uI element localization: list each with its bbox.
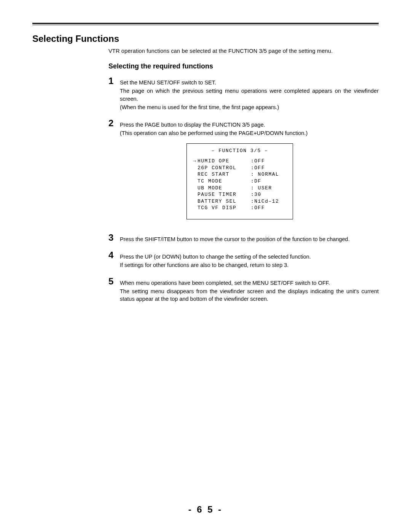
- menu-row: REC START: NORMAL: [193, 171, 287, 178]
- menu-arrow: [193, 185, 198, 192]
- menu-label: TCG VF DISP: [198, 205, 251, 211]
- step-line: Press the PAGE button to display the FUN…: [120, 121, 379, 129]
- step-3: 3 Press the SHIFT/ITEM button to move th…: [108, 233, 379, 244]
- step-number: 5: [108, 277, 120, 286]
- menu-row: UB MODE: USER: [193, 185, 287, 192]
- step-body: When menu operations have been completed…: [120, 277, 379, 304]
- step-line: If settings for other functions are also…: [120, 261, 379, 269]
- menu-arrow: [193, 165, 198, 172]
- menu-arrow: →: [193, 158, 198, 165]
- step-number: 2: [108, 119, 120, 128]
- menu-arrow: [193, 178, 198, 185]
- menu-label: REC START: [198, 171, 251, 178]
- menu-arrow: [193, 191, 198, 198]
- menu-label: 26P CONTROL: [198, 165, 251, 172]
- menu-value: :OFF: [251, 205, 265, 211]
- menu-row: TC MODE:DF: [193, 178, 287, 185]
- step-number: 1: [108, 76, 120, 86]
- step-list: 1 Set the MENU SET/OFF switch to SET. Th…: [108, 76, 379, 303]
- menu-row: →HUMID OPE:OFF: [193, 158, 287, 165]
- intro-text: VTR operation functions can be selected …: [108, 48, 379, 54]
- menu-label: PAUSE TIMER: [198, 191, 251, 198]
- menu-arrow: [193, 205, 198, 211]
- step-1: 1 Set the MENU SET/OFF switch to SET. Th…: [108, 76, 379, 112]
- step-line: The setting menu disappears from the vie…: [120, 287, 379, 303]
- menu-label: HUMID OPE: [198, 158, 251, 165]
- subsection-heading: Selecting the required functions: [108, 62, 379, 70]
- step-number: 4: [108, 251, 120, 260]
- step-line: Press the SHIFT/ITEM button to move the …: [120, 235, 379, 243]
- menu-value: :OFF: [251, 165, 265, 172]
- page-number: - 6 5 -: [0, 504, 411, 515]
- header-rule: [32, 23, 379, 25]
- step-4: 4 Press the UP (or DOWN) button to chang…: [108, 251, 379, 270]
- step-body: Press the SHIFT/ITEM button to move the …: [120, 233, 379, 244]
- menu-title: – FUNCTION 3/5 –: [193, 148, 287, 154]
- menu-label: TC MODE: [198, 178, 251, 185]
- menu-screen: – FUNCTION 3/5 – →HUMID OPE:OFF 26P CONT…: [186, 143, 293, 219]
- menu-row: PAUSE TIMER:30: [193, 191, 287, 198]
- menu-row: 26P CONTROL:OFF: [193, 165, 287, 172]
- menu-label: BATTERY SEL: [198, 198, 251, 205]
- step-line: The page on which the previous setting m…: [120, 87, 379, 103]
- menu-value: :30: [251, 191, 261, 198]
- menu-value: :DF: [251, 178, 261, 185]
- page-title: Selecting Functions: [32, 33, 379, 44]
- step-line: Set the MENU SET/OFF switch to SET.: [120, 79, 379, 86]
- step-line: When menu operations have been completed…: [120, 279, 379, 287]
- step-line: (When the menu is used for the first tim…: [120, 103, 379, 111]
- step-body: Press the PAGE button to display the FUN…: [120, 119, 379, 226]
- step-body: Press the UP (or DOWN) button to change …: [120, 251, 379, 270]
- menu-value: : NORMAL: [251, 171, 279, 178]
- menu-value: :NiCd–12: [251, 198, 279, 205]
- menu-label: UB MODE: [198, 185, 251, 192]
- step-line: Press the UP (or DOWN) button to change …: [120, 253, 379, 260]
- step-line: (This operation can also be performed us…: [120, 129, 379, 137]
- menu-arrow: [193, 198, 198, 205]
- menu-arrow: [193, 171, 198, 178]
- step-number: 3: [108, 233, 120, 242]
- menu-row: TCG VF DISP:OFF: [193, 205, 287, 211]
- menu-row: BATTERY SEL:NiCd–12: [193, 198, 287, 205]
- menu-value: :OFF: [251, 158, 265, 165]
- step-5: 5 When menu operations have been complet…: [108, 277, 379, 304]
- step-2: 2 Press the PAGE button to display the F…: [108, 119, 379, 226]
- step-body: Set the MENU SET/OFF switch to SET. The …: [120, 76, 379, 112]
- menu-value: : USER: [251, 185, 272, 192]
